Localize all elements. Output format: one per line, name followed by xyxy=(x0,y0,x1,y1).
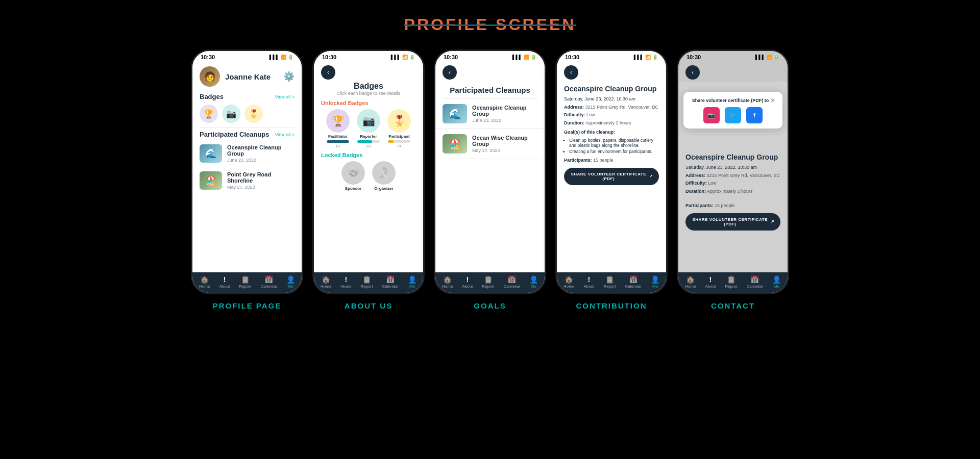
nav-about-4[interactable]: ! About xyxy=(583,275,594,289)
facebook-button[interactable]: f xyxy=(746,107,763,123)
contrib-date: Saturday, June 23, 2022, 10:30 am xyxy=(564,96,659,103)
share-certificate-btn-5[interactable]: SHARE VOLUNTEER CERTIFICATE (PDF) ↗ xyxy=(685,213,780,231)
report-icon: 📋 xyxy=(241,275,250,284)
calendar-icon-2: 📅 xyxy=(386,275,395,284)
phone3: 10:30 ▌▌▌ 📶 🔋 ‹ Participated Cleanups 🌊 … xyxy=(434,49,546,294)
nav-report-4[interactable]: 📋 Report xyxy=(603,275,616,289)
nav-home-4[interactable]: 🏠 Home xyxy=(564,275,574,289)
nav-calendar-label: Calendar xyxy=(260,284,277,289)
battery-icon-3: 🔋 xyxy=(531,55,536,60)
report-icon-3: 📋 xyxy=(484,275,493,284)
nav-home-5[interactable]: 🏠 Home xyxy=(685,275,696,289)
calendar-icon-4: 📅 xyxy=(629,275,638,284)
share-modal: Share volunteer certificate (PDF) to ✕ 📷… xyxy=(683,92,782,129)
back-button-4[interactable]: ‹ xyxy=(564,65,578,80)
nav-calendar-3[interactable]: 📅 Calendar xyxy=(503,275,520,289)
nav-about-3[interactable]: ! About xyxy=(462,275,473,289)
phone5-title: Oceanspire Cleanup Group xyxy=(685,153,780,161)
badge-participant[interactable]: 🎖️ xyxy=(244,105,263,123)
screen-3: ‹ Participated Cleanups 🌊 Oceanspire Cle… xyxy=(435,61,545,272)
cleanup-info-1: Oceanspire Cleanup Group June 23, 2022 xyxy=(227,144,295,163)
goals-name-2: Ocean Wise Cleanup Group xyxy=(472,135,537,147)
home-icon-5: 🏠 xyxy=(686,275,695,284)
nav-calendar-1[interactable]: 📅 Calendar xyxy=(260,275,277,289)
signal-icon-4: ▌▌▌ xyxy=(634,55,644,60)
me-icon-5: 👤 xyxy=(772,275,781,284)
about-icon: ! xyxy=(224,275,226,284)
badge-reporter-card[interactable]: 📷 Reporter 2/3 xyxy=(357,109,380,148)
nav-report-3[interactable]: 📋 Report xyxy=(482,275,494,289)
cleanup-item-1[interactable]: 🌊 Oceanspire Cleanup Group June 23, 2022 xyxy=(192,140,302,167)
badge-reporter[interactable]: 📷 xyxy=(222,105,240,123)
twitter-button[interactable]: 🐦 xyxy=(725,107,741,123)
participant-icon: 🎖️ xyxy=(387,109,411,133)
cleanup-item-2[interactable]: 🏖️ Point Grey Road Shoreline May 27, 202… xyxy=(192,167,302,194)
wifi-icon-2: 📶 xyxy=(402,55,408,60)
facilitator-icon: 🏆 xyxy=(326,109,350,133)
badge-sponsor-card[interactable]: 🤝 Sponsor xyxy=(341,161,365,191)
goals-info-2: Ocean Wise Cleanup Group May 27, 2022 xyxy=(472,135,537,153)
back-button-2[interactable]: ‹ xyxy=(321,65,335,80)
nav-me-5[interactable]: 👤 Me xyxy=(772,275,781,289)
me-icon-3: 👤 xyxy=(529,275,538,284)
nav-me-4[interactable]: 👤 Me xyxy=(651,275,659,289)
nav-about-label: About xyxy=(219,284,230,289)
nav-me-3[interactable]: 👤 Me xyxy=(529,275,538,289)
nav-report-5[interactable]: 📋 Report xyxy=(725,275,737,289)
badge-participant-card[interactable]: 🎖️ Participant 1/4 xyxy=(387,109,411,148)
nav-about-1[interactable]: ! About xyxy=(219,275,230,289)
back-button-5[interactable]: ‹ xyxy=(685,65,700,80)
contrib-duration: Duration: Approximately 2 hours xyxy=(564,120,659,126)
phone1-label: PROFILE PAGE xyxy=(213,301,282,310)
view-all-cleanups[interactable]: View all > xyxy=(275,132,295,137)
badges-row: 🏆 📷 🎖️ xyxy=(192,103,302,127)
instagram-button[interactable]: 📷 xyxy=(703,107,720,123)
back-button-3[interactable]: ‹ xyxy=(443,65,457,80)
calendar-icon: 📅 xyxy=(264,275,273,284)
nav-me-2[interactable]: 👤 Me xyxy=(408,275,416,289)
badge-facilitator-card[interactable]: 🏆 Facilitator 1/1 xyxy=(326,109,350,148)
nav-about-2[interactable]: ! About xyxy=(340,275,351,289)
social-row: 📷 🐦 f xyxy=(691,107,775,123)
nav-home-1[interactable]: 🏠 Home xyxy=(199,275,210,289)
goal-item-2: Creating a fun environment for participa… xyxy=(569,149,659,154)
reporter-icon: 📷 xyxy=(357,109,380,133)
phones-row: 10:30 ▌▌▌ 📶 🔋 🧑 Joanne Kate ⚙️ Badges xyxy=(191,49,789,310)
participant-progress-wrap xyxy=(388,140,410,143)
badge-organizer-card[interactable]: 🎗️ Organizer xyxy=(372,161,396,191)
reporter-name: Reporter xyxy=(360,134,377,139)
goals-cleanup-1[interactable]: 🌊 Oceanspire Cleanup Group June 23, 2022 xyxy=(435,99,545,129)
bottom-nav-2: 🏠 Home ! About 📋 Report 📅 Calendar 👤 xyxy=(314,272,423,293)
nav-about-5[interactable]: ! About xyxy=(705,275,716,289)
cleanup-name-1: Oceanspire Cleanup Group xyxy=(227,144,295,157)
close-icon[interactable]: ✕ xyxy=(770,97,775,104)
nav-report-1[interactable]: 📋 Report xyxy=(239,275,251,289)
page-title: PROFILE SCREEN xyxy=(404,15,576,34)
contrib-address: Address: 3215 Point Grey Rd, Vancouver, … xyxy=(564,104,659,111)
badges-subtitle: Click each badge to see details xyxy=(321,91,416,96)
nav-home-3[interactable]: 🏠 Home xyxy=(442,275,453,289)
status-time-3: 10:30 xyxy=(444,54,458,60)
profile-header: 🧑 Joanne Kate ⚙️ xyxy=(192,61,302,90)
nav-calendar-4[interactable]: 📅 Calendar xyxy=(625,275,641,289)
status-bar-5: 10:30 ▌▌▌ 📶 🔋 xyxy=(678,51,788,61)
phone5-address: Address: 3215 Point Grey Rd, Vancouver, … xyxy=(685,172,780,179)
view-all-badges[interactable]: View all > xyxy=(275,94,295,99)
goals-name-1: Oceanspire Cleanup Group xyxy=(472,105,537,117)
facilitator-progress-wrap xyxy=(327,140,349,143)
nav-home-2[interactable]: 🏠 Home xyxy=(321,275,331,289)
settings-icon[interactable]: ⚙️ xyxy=(283,71,295,82)
goal-item-1: Clean up bottles, papers, disposable cut… xyxy=(569,138,659,148)
nav-calendar-2[interactable]: 📅 Calendar xyxy=(382,275,398,289)
twitter-icon: 🐦 xyxy=(729,112,737,119)
badge-facilitator[interactable]: 🏆 xyxy=(200,105,218,123)
share-certificate-btn-4[interactable]: SHARE VOLUNTEER CERTIFICATE (PDF) ↗ xyxy=(564,168,659,185)
battery-icon-2: 🔋 xyxy=(409,55,415,60)
nav-report-2[interactable]: 📋 Report xyxy=(360,275,373,289)
goals-date-1: June 23, 2022 xyxy=(472,118,537,123)
goals-cleanup-2[interactable]: 🏖️ Ocean Wise Cleanup Group May 27, 2022 xyxy=(435,129,545,159)
nav-calendar-5[interactable]: 📅 Calendar xyxy=(746,275,763,289)
about-icon-5: ! xyxy=(709,275,712,284)
status-icons-1: ▌▌▌ 📶 🔋 xyxy=(270,55,293,60)
nav-me-1[interactable]: 👤 Me xyxy=(286,275,295,289)
